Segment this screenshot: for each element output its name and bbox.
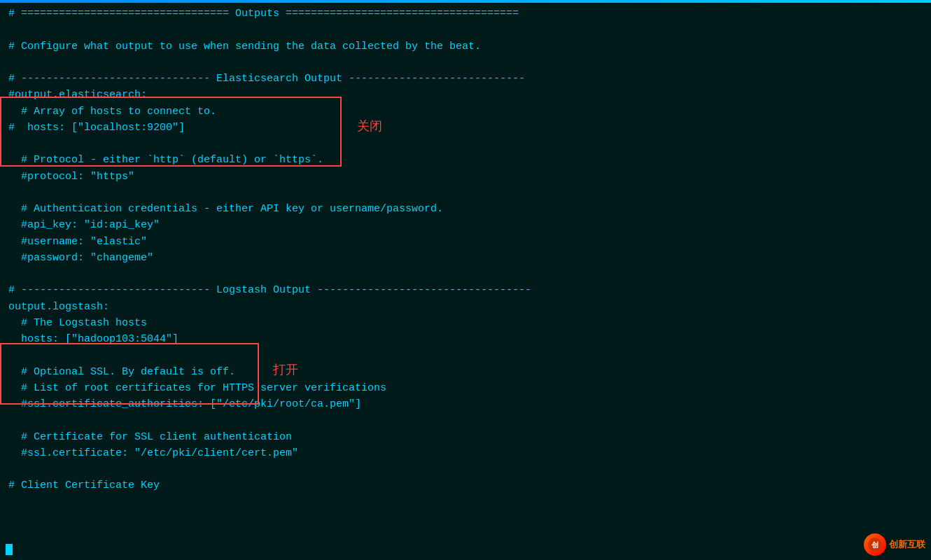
code-line: # Client Certificate Key bbox=[8, 477, 923, 493]
code-line: # The Logstash hosts bbox=[8, 315, 923, 331]
watermark-logo-icon: 创 bbox=[864, 533, 886, 556]
code-line: # ------------------------------ Logstas… bbox=[8, 282, 923, 298]
code-line: # hosts: ["localhost:9200"] bbox=[8, 120, 923, 136]
code-line: # Authentication credentials - either AP… bbox=[8, 201, 923, 217]
code-line bbox=[8, 266, 923, 282]
code-line: # Protocol - either `http` (default) or … bbox=[8, 152, 923, 168]
code-line bbox=[8, 185, 923, 201]
code-line: # Configure what output to use when send… bbox=[8, 38, 923, 55]
code-line bbox=[8, 55, 923, 71]
code-line bbox=[8, 347, 923, 363]
code-line: #password: "changeme" bbox=[8, 250, 923, 266]
code-line: # List of root certificates for HTTPS se… bbox=[8, 380, 923, 396]
top-bar bbox=[0, 0, 931, 3]
code-line bbox=[8, 22, 923, 38]
cursor bbox=[6, 544, 13, 556]
close-label: 关闭 bbox=[357, 118, 382, 134]
code-line bbox=[8, 412, 923, 428]
code-line: hosts: ["hadoop103:5044"] bbox=[8, 331, 923, 347]
code-line: #api_key: "id:api_key" bbox=[8, 217, 923, 233]
code-line: # ------------------------------ Elastic… bbox=[8, 71, 923, 87]
watermark-text: 创新互联 bbox=[889, 538, 925, 551]
svg-text:创: 创 bbox=[871, 541, 878, 550]
code-line: #output.elasticsearch: bbox=[8, 87, 923, 103]
code-line: #username: "elastic" bbox=[8, 234, 923, 250]
code-line: #ssl.certificate_authorities: ["/etc/pki… bbox=[8, 396, 923, 412]
terminal: # ================================= Outp… bbox=[0, 0, 931, 560]
code-content: # ================================= Outp… bbox=[8, 6, 923, 494]
open-label: 打开 bbox=[273, 361, 298, 378]
watermark: 创 创新互联 bbox=[864, 533, 925, 556]
code-line: # ================================= Outp… bbox=[8, 6, 923, 22]
code-line: #protocol: "https" bbox=[8, 169, 923, 185]
code-line: # Certificate for SSL client authenticat… bbox=[8, 429, 923, 445]
code-line: # Optional SSL. By default is off. bbox=[8, 364, 923, 380]
code-line: #ssl.certificate: "/etc/pki/client/cert.… bbox=[8, 445, 923, 461]
code-line bbox=[8, 136, 923, 152]
code-line: output.logstash: bbox=[8, 299, 923, 315]
code-line: # Array of hosts to connect to. bbox=[8, 104, 923, 120]
code-line bbox=[8, 461, 923, 477]
